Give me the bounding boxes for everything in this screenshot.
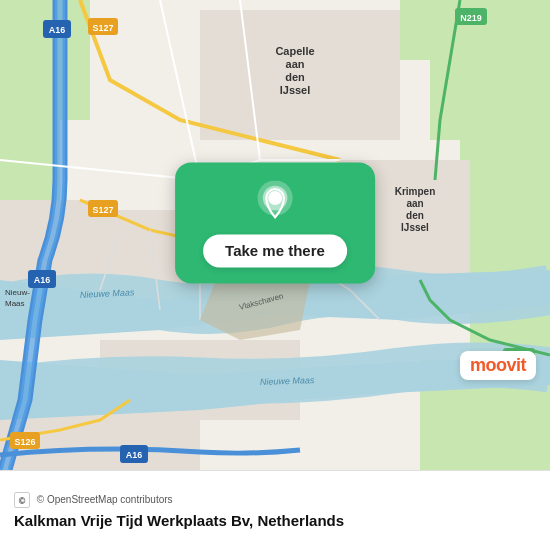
moovit-logo-text: moovit — [460, 351, 536, 380]
svg-text:aan: aan — [286, 58, 305, 70]
svg-text:S126: S126 — [14, 437, 35, 447]
svg-text:Krimpen: Krimpen — [395, 186, 436, 197]
svg-point-57 — [268, 191, 282, 205]
location-card: Take me there — [175, 162, 375, 283]
location-name: Kalkman Vrije Tijd Werkplaats Bv, Nether… — [14, 512, 536, 529]
svg-text:aan: aan — [406, 198, 423, 209]
svg-text:IJssel: IJssel — [280, 84, 311, 96]
moovit-logo: moovit — [460, 351, 536, 380]
osm-attribution-text: © OpenStreetMap contributors — [37, 494, 173, 505]
svg-text:A16: A16 — [49, 25, 66, 35]
svg-text:IJssel: IJssel — [401, 222, 429, 233]
footer: © © OpenStreetMap contributors Kalkman V… — [0, 470, 550, 550]
svg-text:N219: N219 — [460, 13, 482, 23]
svg-text:Nieuwe Maas: Nieuwe Maas — [260, 375, 315, 387]
svg-text:S127: S127 — [92, 205, 113, 215]
svg-text:A16: A16 — [126, 450, 143, 460]
osm-logo-icon: © — [14, 492, 30, 508]
app: A16 A16 A16 S127 S127 S126 N219 N210 Ca — [0, 0, 550, 550]
svg-rect-1 — [0, 0, 90, 120]
svg-text:Nieuw-: Nieuw- — [5, 288, 30, 297]
svg-text:Maas: Maas — [5, 299, 25, 308]
osm-attribution: © © OpenStreetMap contributors — [14, 492, 536, 508]
location-pin-icon — [253, 180, 297, 224]
map-container: A16 A16 A16 S127 S127 S126 N219 N210 Ca — [0, 0, 550, 470]
svg-text:den: den — [285, 71, 305, 83]
take-me-there-button[interactable]: Take me there — [203, 234, 347, 267]
svg-text:A16: A16 — [34, 275, 51, 285]
svg-text:Capelle: Capelle — [275, 45, 314, 57]
svg-rect-5 — [460, 140, 550, 240]
svg-text:den: den — [406, 210, 424, 221]
svg-text:S127: S127 — [92, 23, 113, 33]
